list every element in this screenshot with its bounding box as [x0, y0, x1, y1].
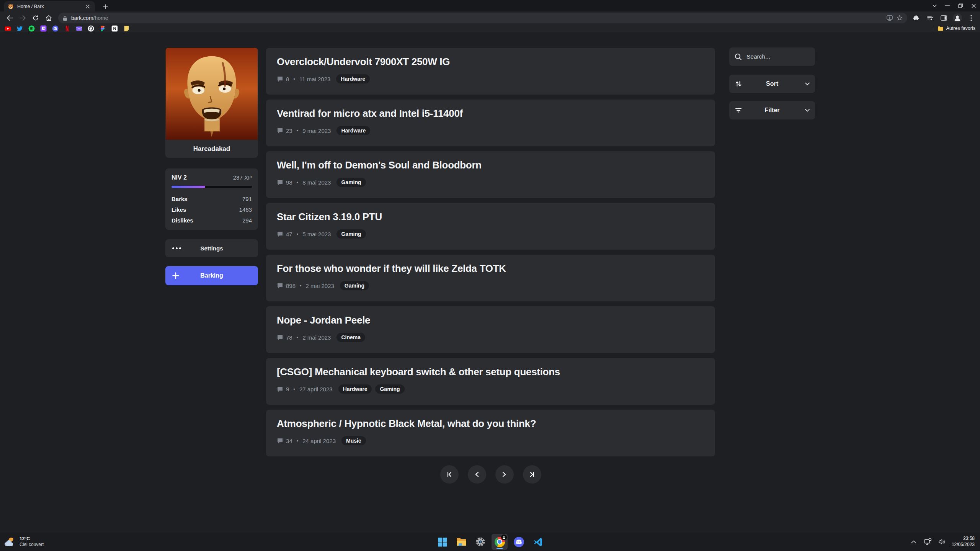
post-tag[interactable]: Hardware: [338, 384, 372, 394]
start-button[interactable]: [434, 534, 450, 550]
meta-separator: •: [293, 386, 295, 392]
post-date: 2 mai 2023: [302, 334, 331, 341]
restore-icon[interactable]: [954, 0, 967, 11]
posts-column: Overclock/Undervolt 7900XT 250W IG 8 • 1…: [266, 48, 715, 484]
meta-separator: •: [297, 128, 299, 134]
clock-time: 23:58: [952, 536, 975, 542]
minimize-icon[interactable]: [941, 0, 954, 11]
comments-icon: [277, 334, 283, 341]
post-card[interactable]: Well, I'm off to Demon's Soul and Bloodb…: [266, 151, 715, 198]
post-tag[interactable]: Gaming: [336, 178, 366, 187]
file-explorer-button[interactable]: [453, 534, 469, 550]
bookmark-notes-icon[interactable]: [123, 25, 130, 32]
browser-tab[interactable]: Home / Bark: [4, 1, 95, 11]
settings-button[interactable]: Settings: [165, 239, 258, 257]
post-card[interactable]: Nope - Jordan Peele 78 • 2 mai 2023 Cine…: [266, 306, 715, 353]
post-tag[interactable]: Hardware: [336, 126, 370, 135]
post-card[interactable]: Atmospheric / Hypnotic Black Metal, what…: [266, 410, 715, 456]
post-tag[interactable]: Music: [341, 436, 366, 445]
bookmark-figma-icon[interactable]: [100, 25, 106, 32]
post-tag[interactable]: Cinema: [336, 333, 365, 342]
extensions-puzzle-icon[interactable]: [910, 12, 922, 24]
filter-lines-icon: [735, 108, 742, 113]
other-bookmarks-button[interactable]: Autres favoris: [938, 26, 975, 31]
post-meta: 34 • 24 april 2023 Music: [277, 436, 704, 445]
bookmark-netflix-icon[interactable]: [64, 25, 70, 32]
post-card[interactable]: Ventirad for micro atx and Intel i5-1140…: [266, 100, 715, 146]
bookmark-mail-icon[interactable]: [76, 25, 82, 32]
tray-chevron-up-icon[interactable]: [909, 536, 918, 548]
windows-icon: [438, 537, 447, 547]
toolbar-actions: [910, 12, 977, 24]
reload-icon[interactable]: [29, 12, 42, 24]
comment-count: 78: [286, 334, 292, 341]
tab-search-icon[interactable]: [928, 0, 941, 11]
taskbar-clock[interactable]: 23:58 12/05/2023: [952, 536, 977, 548]
forward-icon[interactable]: [16, 12, 29, 24]
settings-app-button[interactable]: [472, 534, 488, 550]
stat-value: 791: [242, 196, 252, 202]
sort-dropdown[interactable]: Sort: [729, 75, 815, 93]
network-icon[interactable]: [923, 536, 933, 548]
post-tag[interactable]: Gaming: [340, 281, 369, 290]
vscode-button[interactable]: [530, 534, 546, 550]
post-tag[interactable]: Hardware: [336, 74, 370, 83]
post-card[interactable]: [CSGO] Mechanical keyboard switch & othe…: [266, 358, 715, 405]
profile-avatar-icon[interactable]: [952, 12, 963, 24]
bookmark-notion-icon[interactable]: [111, 25, 118, 32]
search-input[interactable]: [746, 53, 804, 60]
pagination: [266, 465, 715, 484]
barking-button[interactable]: Barking: [165, 266, 258, 285]
active-app-indicator: [497, 548, 503, 549]
discord-button[interactable]: [511, 534, 527, 550]
bookmark-spotify-icon[interactable]: [28, 25, 35, 32]
post-card[interactable]: For those who wonder if they will like Z…: [266, 255, 715, 301]
post-card[interactable]: Star Citizen 3.19.0 PTU 47 • 5 mai 2023 …: [266, 203, 715, 250]
meta-separator: •: [297, 335, 299, 340]
prev-page-button[interactable]: [468, 465, 486, 484]
back-icon[interactable]: [3, 12, 16, 24]
weather-widget[interactable]: 12°C Ciel couvert: [4, 536, 44, 548]
first-page-button[interactable]: [440, 465, 459, 484]
post-title: Overclock/Undervolt 7900XT 250W IG: [277, 56, 704, 68]
bookmark-github-icon[interactable]: [88, 25, 94, 32]
meta-separator: •: [297, 180, 299, 185]
install-app-icon[interactable]: [887, 15, 893, 21]
bookmark-twitter-icon[interactable]: [16, 25, 23, 32]
bookmark-discord-icon[interactable]: [52, 25, 59, 32]
tab-close-icon[interactable]: [84, 3, 91, 10]
comments-icon: [277, 386, 283, 392]
filter-panel: Sort Filter: [729, 47, 815, 119]
new-tab-icon[interactable]: [100, 2, 110, 11]
post-tag[interactable]: Gaming: [375, 384, 404, 394]
comment-count: 34: [286, 438, 292, 444]
close-window-icon[interactable]: [967, 0, 980, 11]
bookmark-star-icon[interactable]: [897, 15, 903, 21]
comments-icon: [277, 438, 283, 444]
omnibox[interactable]: bark.com/home: [58, 13, 907, 23]
volume-icon[interactable]: [938, 536, 947, 548]
side-panel-icon[interactable]: [938, 12, 949, 24]
post-card[interactable]: Overclock/Undervolt 7900XT 250W IG 8 • 1…: [266, 48, 715, 95]
post-meta: 78 • 2 mai 2023 Cinema: [277, 333, 704, 342]
filter-dropdown[interactable]: Filter: [729, 101, 815, 119]
bookmark-twitch-icon[interactable]: [40, 25, 47, 32]
url-domain: bark.com: [71, 15, 93, 21]
menu-kebab-icon[interactable]: [965, 12, 977, 24]
search-box[interactable]: [729, 47, 815, 66]
chrome-button[interactable]: [492, 534, 508, 550]
post-tag[interactable]: Gaming: [336, 229, 366, 239]
chrome-profile-badge: [501, 535, 507, 540]
last-page-button[interactable]: [523, 465, 541, 484]
media-playlist-icon[interactable]: [924, 12, 936, 24]
stat-row-dislikes: Dislikes 294: [172, 217, 252, 224]
bookmark-youtube-icon[interactable]: [5, 25, 11, 32]
post-title: Star Citizen 3.19.0 PTU: [277, 211, 704, 223]
next-page-button[interactable]: [495, 465, 514, 484]
post-date: 5 mai 2023: [302, 231, 331, 237]
ellipsis-icon: [172, 247, 181, 249]
home-icon[interactable]: [42, 12, 55, 24]
meta-separator: •: [297, 438, 299, 444]
post-title: Ventirad for micro atx and Intel i5-1140…: [277, 108, 704, 119]
vscode-icon: [533, 537, 543, 547]
